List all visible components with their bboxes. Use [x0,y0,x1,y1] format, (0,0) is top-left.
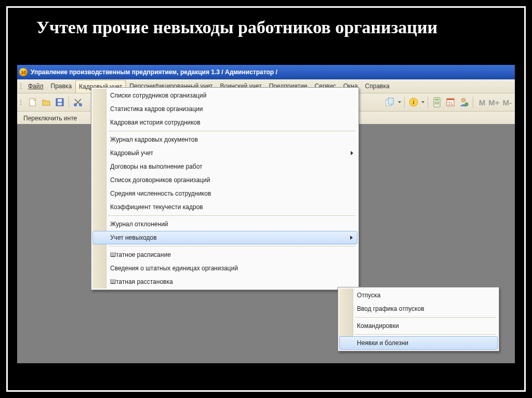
toolbar-separator [428,97,428,108]
submenu-item-komandirovki[interactable]: Командировки [339,319,498,333]
app-logo-icon: 1c [19,68,28,76]
svg-point-22 [465,103,468,106]
calendar-icon: 31 [446,97,455,107]
memory-minus-button[interactable]: M- [503,98,512,107]
svg-rect-11 [435,99,439,101]
menu-item-zhurnal-dokumentov[interactable]: Журнал кадровых документов [92,133,357,146]
submenu-arrow-icon [351,151,353,155]
menu-separator [108,131,355,131]
svg-text:31: 31 [448,101,453,106]
toolbar-separator [69,97,69,108]
menu-item-statistika-kadrov[interactable]: Статистика кадров организации [92,102,357,116]
svg-rect-7 [388,98,393,104]
menu-item-spiski-sotrudnikov[interactable]: Списки сотрудников организаций [92,89,357,102]
toolbar-separator [404,97,405,108]
copy-stack-icon [385,98,395,107]
window-titlebar: 1c Управление производственным предприят… [17,65,515,79]
menu-item-zhurnal-otkloneniy[interactable]: Журнал отклонений [92,217,357,231]
floppy-disk-icon [55,98,64,107]
menu-separator [108,246,355,246]
calculator-icon [432,97,442,107]
dropdown-kadrovyy-uchet: Списки сотрудников организаций Статистик… [91,87,359,290]
window-title-text: Управление производственным предприятием… [31,68,277,76]
user-button[interactable] [458,96,470,108]
svg-rect-13 [436,102,437,103]
menu-item-kadrovaya-istoriya[interactable]: Кадровая история сотрудников [92,116,357,129]
open-button[interactable] [40,96,52,108]
menu-item-koeffitsient-tekuchesti[interactable]: Коэффициент текучести кадров [92,200,357,214]
menu-item-spisok-dogovornikov[interactable]: Список договорников организаций [92,173,357,187]
menu-item-dogovory[interactable]: Договоры на выполнение работ [92,160,357,173]
info-button[interactable]: i [407,96,420,108]
menu-spravka[interactable]: Справка [362,79,393,93]
calendar-button[interactable]: 31 [444,96,457,108]
svg-point-21 [461,99,465,102]
info-icon: i [408,97,419,107]
user-icon [459,97,469,107]
menu-item-shtatnaya-rasstanovka[interactable]: Штатная расстановка [92,275,357,289]
copy-stack-button[interactable] [384,96,396,108]
svg-rect-19 [447,99,454,100]
svg-rect-16 [436,103,437,104]
submenu-arrow-icon [350,236,353,240]
menu-separator [355,334,496,335]
menu-separator [355,317,496,318]
new-document-icon [28,98,37,107]
folder-open-icon [42,98,51,107]
submenu-item-neyavki-bolezni[interactable]: Неявки и болезни [339,336,498,350]
new-document-button[interactable] [26,96,39,108]
submenu-uchet-nevykhodov: Отпуска Ввод графика отпусков Командиров… [338,287,499,351]
menu-separator [108,215,355,216]
submenu-item-vvod-grafika[interactable]: Ввод графика отпусков [339,302,498,315]
toolbar-separator [473,97,473,108]
slide-title: Учтем прочие невыходы работников организ… [36,17,503,37]
menu-item-srednyaya-chislennost[interactable]: Средняя численность сотрудников [92,187,357,200]
menu-edit[interactable]: Правка [47,79,76,93]
memory-buttons-group: M M+ M- [476,98,515,107]
svg-rect-14 [438,102,439,103]
slide-frame: Учтем прочие невыходы работников организ… [6,6,526,392]
dropdown-arrow-icon[interactable] [421,101,425,103]
menu-item-kadrovyy-uchet-sub[interactable]: Кадровый учет [92,146,357,160]
memory-recall-button[interactable]: M [479,98,486,107]
menu-item-svedeniya-shtatnykh[interactable]: Сведения о штатных единицах организаций [92,262,357,275]
menu-item-uchet-nevykhodov[interactable]: Учет невыходов [92,231,357,244]
memory-plus-button[interactable]: M+ [488,98,499,107]
save-button[interactable] [54,96,66,108]
svg-rect-12 [435,102,436,103]
submenu-item-otpuska[interactable]: Отпуска [339,289,498,302]
cut-button[interactable] [72,96,84,108]
svg-rect-2 [58,99,62,102]
dropdown-arrow-icon[interactable] [397,101,402,103]
svg-rect-0 [30,99,35,106]
calculator-button[interactable] [431,96,443,108]
scissors-icon [73,98,83,107]
svg-rect-17 [438,103,439,104]
svg-rect-15 [435,103,436,104]
svg-text:i: i [413,99,414,105]
menu-item-shtatnoe-raspisanie[interactable]: Штатное расписание [92,248,357,262]
toolbar-grip-icon [20,93,23,111]
menu-file[interactable]: Файл [24,79,47,93]
switch-interface-button[interactable]: Переключить инте [20,114,80,123]
svg-rect-3 [58,103,62,105]
toolbar-grip-icon [20,79,23,93]
